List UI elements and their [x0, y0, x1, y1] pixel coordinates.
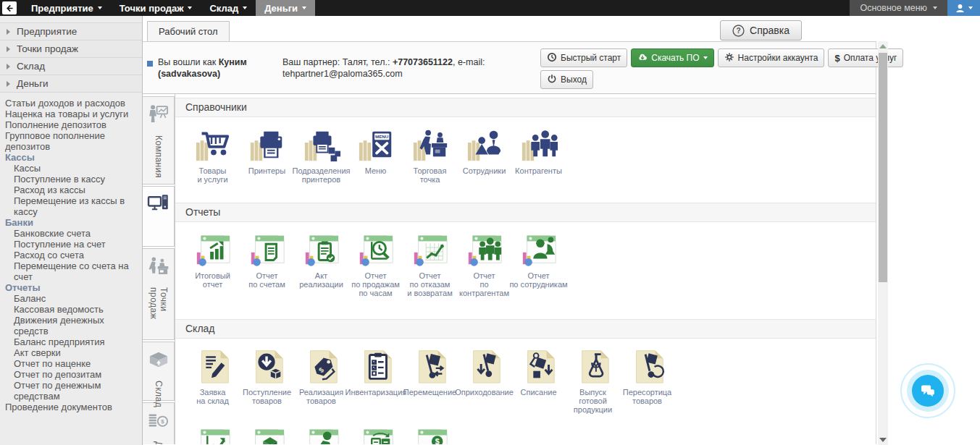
section-справочники: СправочникиТовары и услугиПринтерыПодраз… — [175, 98, 876, 203]
app-tile-оприходование[interactable]: Оприходование — [457, 346, 511, 397]
sidebar-link[interactable]: Баланс предприятия — [0, 336, 141, 347]
scroll-down-arrow-icon[interactable] — [879, 438, 887, 442]
sidebar-link[interactable]: Отчет по депозитам — [0, 369, 141, 380]
navbar-menu-item[interactable]: Деньги — [256, 0, 315, 16]
chat-widget — [900, 363, 955, 418]
sidebar-link[interactable]: Проведение документов — [0, 402, 141, 412]
goods-writeoff-icon — [519, 346, 558, 385]
tab-desktop[interactable]: Рабочий стол — [147, 21, 230, 41]
sidebar-link[interactable]: Пополнение депозитов — [0, 119, 141, 130]
app-tile-заявка[interactable]: Заявка на склад — [185, 346, 240, 405]
vertical-tab-склад[interactable]: Склад — [143, 342, 175, 401]
sidebar-section-2[interactable]: Точки продаж — [0, 41, 142, 58]
sidebar-link[interactable]: Отчет по денежным средствам — [0, 380, 141, 402]
app-tile-отчет[interactable]: Отчет по контрагентам — [457, 229, 511, 297]
sidebar-link[interactable]: Банковские счета — [0, 228, 141, 239]
button-быстрый-старт[interactable]: Быстрый старт — [540, 48, 627, 67]
sidebar-link[interactable]: Кассовая ведомость — [0, 304, 141, 315]
report-returns-icon — [411, 229, 450, 268]
app-tile-сотрудники[interactable]: Сотрудники — [457, 124, 511, 175]
scrollbar-thumb[interactable] — [879, 53, 887, 282]
app-tile-реализация[interactable]: $Реализация товаров — [294, 346, 348, 405]
chat-button[interactable] — [912, 375, 944, 407]
sidebar-link[interactable]: Поступление на счет — [0, 239, 141, 250]
app-tile-отчет[interactable]: Отчет по счетам — [240, 229, 294, 289]
app-tile-подразделения[interactable]: Подразделения принтеров — [294, 124, 348, 184]
app-tile-поступление[interactable]: Поступление товаров — [240, 346, 294, 405]
sidebar-section-4[interactable]: Деньги — [0, 75, 142, 93]
chevron-right-icon — [7, 46, 10, 52]
app-tile-выпуск[interactable]: Выпуск готовой продукции — [566, 346, 620, 414]
sidebar-link[interactable]: Расход со счета — [0, 250, 141, 260]
app-tile-контрагенты[interactable]: Контрагенты — [511, 124, 566, 175]
app-tile-итоговый[interactable]: Итоговый отчет — [185, 229, 240, 289]
app-tile-торговая[interactable]: Торговая точка — [403, 124, 457, 184]
sidebar-link[interactable]: Перемещение со счета на счет — [0, 260, 141, 282]
app-tile-списание[interactable]: Списание — [511, 346, 566, 397]
app-tile[interactable] — [240, 423, 294, 444]
navbar-menu-item[interactable]: Точки продаж — [111, 0, 201, 16]
app-tile[interactable] — [294, 423, 348, 444]
dollar-icon: $ — [834, 53, 839, 64]
chevron-down-icon — [703, 56, 708, 59]
sidebar-link[interactable]: Отчет по наценке — [0, 358, 141, 369]
app-tile-отчет[interactable]: Отчет по сотрудникам — [511, 229, 566, 289]
vertical-tab-деньги[interactable]: $Деньги — [143, 402, 175, 444]
sidebar-link[interactable]: Поступление в кассу — [0, 174, 141, 185]
back-arrow-icon[interactable] — [2, 1, 17, 14]
sidebar-link[interactable]: Баланс — [0, 293, 141, 304]
sidebar-link[interactable]: Кассы — [0, 163, 141, 174]
app-tile[interactable] — [348, 423, 403, 444]
app-tile-акт[interactable]: Акт реализации — [294, 229, 348, 289]
vertical-tab-точки-продаж[interactable]: Точки продаж — [143, 248, 175, 340]
stock-docs-icon — [356, 423, 395, 444]
production-icon — [574, 346, 613, 385]
app-tile[interactable] — [185, 423, 240, 444]
button-настройки-аккаунта[interactable]: Настройки аккаунта — [718, 48, 825, 67]
report-hours-icon — [356, 229, 395, 268]
sidebar-section-3[interactable]: Склад — [0, 58, 142, 75]
vertical-tab-компания[interactable]: Компания — [143, 96, 175, 185]
sidebar-link[interactable]: Статьи доходов и расходов — [0, 98, 141, 109]
help-label: Справка — [750, 25, 790, 36]
app-tile-перемещение[interactable]: Перемещение — [403, 346, 457, 397]
button-скачать-по[interactable]: Скачать ПО — [631, 48, 713, 67]
svg-text:?: ? — [737, 27, 741, 35]
employees-icon — [465, 124, 504, 164]
goods-move-icon — [411, 346, 450, 385]
app-tile-отчет[interactable]: Отчет по продажам по часам — [348, 229, 403, 297]
navbar-menu-item[interactable]: Склад — [201, 0, 256, 16]
app-tile-меню[interactable]: MENUМеню — [348, 124, 403, 175]
main-menu-button[interactable]: Основное меню — [850, 0, 947, 16]
app-tile-принтеры[interactable]: Принтеры — [240, 124, 294, 175]
sidebar-link[interactable]: Наценка на товары и услуги — [0, 109, 141, 119]
navbar-menu-item[interactable]: Предприятие — [22, 0, 111, 16]
sidebar-link[interactable]: Перемещение из кассы в кассу — [0, 195, 141, 217]
button-выход[interactable]: Выход — [540, 70, 593, 89]
app-tile-товары[interactable]: Товары и услуги — [185, 124, 240, 184]
left-sidebar: ПредприятиеТочки продажСкладДеньги Стать… — [0, 16, 143, 445]
vertical-tab-desktop[interactable] — [143, 186, 175, 247]
stock-chart-icon — [193, 423, 233, 444]
goods-income-icon — [248, 346, 287, 385]
user-menu-button[interactable] — [947, 0, 980, 16]
goods-posting-icon — [465, 346, 504, 385]
sidebar-link[interactable]: Движения денежных средств — [0, 315, 141, 336]
main-area: Рабочий стол ? Справка Вы вошли как Куни… — [143, 16, 980, 445]
app-tile-пересортица[interactable]: Пересортица товаров — [620, 346, 674, 405]
report-employees-icon — [519, 229, 558, 268]
app-tile-отчет[interactable]: Отчет по отказам и возвратам — [403, 229, 457, 297]
vertical-scrollbar[interactable] — [878, 41, 888, 445]
sidebar-link[interactable]: Акт сверки — [0, 347, 141, 358]
scroll-up-arrow-icon[interactable] — [879, 44, 887, 48]
sidebar-section-1[interactable]: Предприятие — [0, 22, 142, 41]
company-icon — [146, 102, 171, 130]
help-button[interactable]: ? Справка — [720, 20, 802, 41]
button-оплата-услуг[interactable]: $Оплата услуг — [828, 48, 903, 67]
sidebar-link[interactable]: Расход из кассы — [0, 185, 141, 195]
section-отчеты: ОтчетыИтоговый отчетОтчет по счетамАкт р… — [175, 203, 876, 319]
app-tile-инвентаризация[interactable]: Инвентаризация — [348, 346, 403, 397]
app-tile[interactable]: $ — [403, 423, 457, 444]
sidebar-link[interactable]: Групповое пополнение депозитов — [0, 130, 141, 152]
inventory-icon — [356, 346, 395, 385]
